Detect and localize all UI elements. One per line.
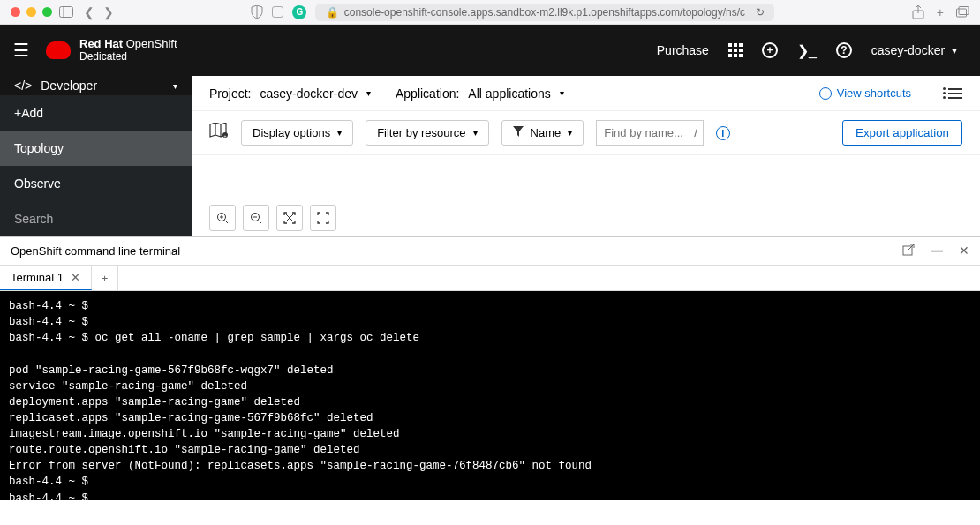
caret-down-icon: ▾ <box>568 128 572 138</box>
sidebar: </> Developer ▾ +Add Topology Observe Se… <box>0 76 192 236</box>
import-icon[interactable]: + <box>762 42 778 58</box>
url-text: console-openshift-console.apps.sandbox-m… <box>344 6 745 19</box>
perspective-label: Developer <box>41 79 97 93</box>
filter-dropdown[interactable]: Filter by resource ▾ <box>366 120 488 146</box>
topology-canvas[interactable] <box>192 155 980 236</box>
list-view-icon[interactable] <box>948 86 962 101</box>
share-icon[interactable] <box>912 5 924 19</box>
zoom-out-button[interactable] <box>243 205 269 231</box>
maximize-window[interactable] <box>42 7 52 17</box>
cloud-shell-icon[interactable]: ❯_ <box>797 42 817 59</box>
sidebar-item-add[interactable]: +Add <box>0 95 192 131</box>
code-icon: </> <box>14 79 32 93</box>
caret-down-icon: ▾ <box>173 81 177 91</box>
svg-rect-0 <box>60 7 73 18</box>
forward-button[interactable]: ❯ <box>103 5 114 19</box>
caret-down-icon: ▾ <box>473 128 478 138</box>
caret-down-icon: ▾ <box>337 128 342 138</box>
url-bar[interactable]: 🔒 console-openshift-console.apps.sandbox… <box>315 4 774 21</box>
minimize-window[interactable] <box>26 7 36 17</box>
info-icon: i <box>819 87 832 100</box>
minimize-panel-icon[interactable]: — <box>931 244 943 259</box>
add-terminal-tab[interactable]: + <box>92 266 118 290</box>
svg-line-8 <box>225 221 229 224</box>
filter-icon <box>513 126 524 139</box>
redhat-icon <box>46 41 71 59</box>
new-tab-icon[interactable]: + <box>937 5 944 19</box>
content-area: Project: casey-docker-dev ▾ Application:… <box>192 76 980 236</box>
sidebar-item-observe[interactable]: Observe <box>0 166 192 201</box>
masthead: ☰ Red Hat OpenShift Dedicated Purchase +… <box>0 25 980 76</box>
reset-view-button[interactable] <box>310 205 336 231</box>
caret-down-icon: ▼ <box>950 46 959 56</box>
find-input[interactable] <box>597 121 694 145</box>
open-external-icon[interactable] <box>902 244 915 259</box>
privacy-icon[interactable] <box>272 6 283 18</box>
name-filter-dropdown[interactable]: Name ▾ <box>501 120 584 146</box>
terminal-panel-header: OpenShift command line terminal — ✕ <box>0 236 980 265</box>
terminal-output[interactable]: bash-4.4 ~ $ bash-4.4 ~ $ bash-4.4 ~ $ o… <box>0 291 980 500</box>
display-options-dropdown[interactable]: Display options ▾ <box>241 120 353 146</box>
browser-chrome: ❮ ❯ G 🔒 console-openshift-console.apps.s… <box>0 0 980 25</box>
layout-icon[interactable]: + <box>209 123 229 143</box>
window-controls <box>11 7 52 17</box>
project-selector[interactable]: Project: casey-docker-dev ▾ <box>209 86 371 101</box>
sidebar-item-topology[interactable]: Topology <box>0 131 192 166</box>
toolbar: + Display options ▾ Filter by resource ▾… <box>192 111 980 155</box>
app-launcher-icon[interactable] <box>728 43 743 57</box>
sidebar-toggle-icon[interactable] <box>59 6 73 18</box>
purchase-link[interactable]: Purchase <box>657 43 709 57</box>
fit-to-screen-button[interactable] <box>276 205 303 231</box>
grammarly-icon[interactable]: G <box>292 5 306 19</box>
svg-text:+: + <box>224 133 227 139</box>
svg-rect-4 <box>959 7 969 15</box>
close-window[interactable] <box>11 7 20 17</box>
tabs-overview-icon[interactable] <box>956 5 969 19</box>
username: casey-docker <box>871 43 945 57</box>
caret-down-icon: ▾ <box>366 88 371 98</box>
reload-icon[interactable]: ↻ <box>756 6 765 19</box>
zoom-controls <box>209 205 336 231</box>
shield-icon[interactable] <box>251 5 263 19</box>
context-bar: Project: casey-docker-dev ▾ Application:… <box>192 76 980 111</box>
terminal-tab-1[interactable]: Terminal 1 ✕ <box>0 266 92 290</box>
nav-toggle[interactable]: ☰ <box>0 40 42 61</box>
back-button[interactable]: ❮ <box>84 5 94 19</box>
sidebar-item-search[interactable]: Search <box>0 201 192 236</box>
perspective-switcher[interactable]: </> Developer ▾ <box>0 76 192 95</box>
svg-rect-3 <box>957 9 967 17</box>
application-selector[interactable]: Application: All applications ▾ <box>396 86 564 101</box>
close-panel-icon[interactable]: ✕ <box>959 244 969 259</box>
lock-icon: 🔒 <box>326 6 339 19</box>
close-tab-icon[interactable]: ✕ <box>71 271 80 284</box>
user-menu[interactable]: casey-docker ▼ <box>871 43 959 57</box>
export-application-button[interactable]: Export application <box>842 120 962 146</box>
terminal-title: OpenShift command line terminal <box>11 244 180 258</box>
find-by-name[interactable]: / <box>596 120 704 146</box>
svg-line-12 <box>259 221 262 224</box>
zoom-in-button[interactable] <box>209 205 236 231</box>
view-shortcuts-link[interactable]: i View shortcuts <box>819 86 911 100</box>
help-icon[interactable]: ? <box>836 42 852 58</box>
terminal-tabs: Terminal 1 ✕ + <box>0 265 980 291</box>
info-icon[interactable]: i <box>716 126 730 140</box>
caret-down-icon: ▾ <box>560 88 564 98</box>
brand-logo[interactable]: Red Hat OpenShift Dedicated <box>46 38 177 62</box>
